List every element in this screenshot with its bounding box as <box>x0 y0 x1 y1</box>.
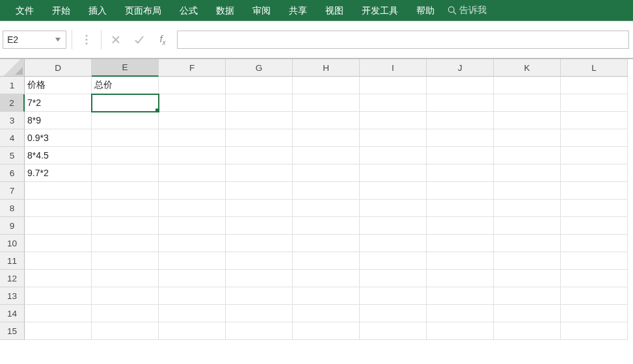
column-header-L[interactable]: L <box>561 59 628 77</box>
cell-D2[interactable]: 7*2 <box>25 94 92 112</box>
cell-D4[interactable]: 0.9*3 <box>25 129 92 147</box>
row-header-1[interactable]: 1 <box>0 77 25 94</box>
cell-L4[interactable] <box>561 129 628 147</box>
cell-J4[interactable] <box>427 129 494 147</box>
cell-J10[interactable] <box>427 235 494 252</box>
cell-I15[interactable] <box>360 322 427 340</box>
cell-H14[interactable] <box>293 305 360 322</box>
cell-F13[interactable] <box>159 287 226 305</box>
cell-J1[interactable] <box>427 77 494 94</box>
cell-H6[interactable] <box>293 164 360 182</box>
row-header-11[interactable]: 11 <box>0 252 25 270</box>
cell-E3[interactable] <box>92 112 159 129</box>
cell-I12[interactable] <box>360 270 427 287</box>
cell-J15[interactable] <box>427 322 494 340</box>
cell-L2[interactable] <box>561 94 628 112</box>
cell-K13[interactable] <box>494 287 561 305</box>
cell-K8[interactable] <box>494 200 561 217</box>
cell-L3[interactable] <box>561 112 628 129</box>
cell-K14[interactable] <box>494 305 561 322</box>
cancel-formula-button[interactable] <box>107 31 125 49</box>
cell-E8[interactable] <box>92 200 159 217</box>
cell-I8[interactable] <box>360 200 427 217</box>
cell-D12[interactable] <box>25 270 92 287</box>
cell-H3[interactable] <box>293 112 360 129</box>
column-header-H[interactable]: H <box>293 59 360 77</box>
cell-D3[interactable]: 8*9 <box>25 112 92 129</box>
cell-D1[interactable]: 价格 <box>25 77 92 94</box>
cell-E15[interactable] <box>92 322 159 340</box>
cell-H5[interactable] <box>293 147 360 164</box>
row-header-4[interactable]: 4 <box>0 129 25 147</box>
cell-J9[interactable] <box>427 217 494 235</box>
cell-H13[interactable] <box>293 287 360 305</box>
cell-G5[interactable] <box>226 147 293 164</box>
cell-L15[interactable] <box>561 322 628 340</box>
cell-D5[interactable]: 8*4.5 <box>25 147 92 164</box>
cell-L11[interactable] <box>561 252 628 270</box>
column-header-G[interactable]: G <box>226 59 293 77</box>
cell-F8[interactable] <box>159 200 226 217</box>
cell-K4[interactable] <box>494 129 561 147</box>
column-header-E[interactable]: E <box>92 59 159 77</box>
cell-D15[interactable] <box>25 322 92 340</box>
menu-view[interactable]: 视图 <box>316 0 353 21</box>
cell-D7[interactable] <box>25 182 92 200</box>
cell-E5[interactable] <box>92 147 159 164</box>
cell-J5[interactable] <box>427 147 494 164</box>
row-header-3[interactable]: 3 <box>0 112 25 129</box>
cell-H9[interactable] <box>293 217 360 235</box>
cell-E2[interactable] <box>92 94 159 112</box>
cell-F15[interactable] <box>159 322 226 340</box>
enter-formula-button[interactable] <box>130 31 148 49</box>
tell-me-search[interactable]: 告诉我 <box>448 5 487 16</box>
formula-input[interactable] <box>177 31 629 49</box>
cell-L9[interactable] <box>561 217 628 235</box>
row-header-15[interactable]: 15 <box>0 322 25 340</box>
cell-H10[interactable] <box>293 235 360 252</box>
cell-L14[interactable] <box>561 305 628 322</box>
cell-H11[interactable] <box>293 252 360 270</box>
cell-K7[interactable] <box>494 182 561 200</box>
name-box[interactable]: E2 <box>3 31 66 49</box>
cell-G6[interactable] <box>226 164 293 182</box>
cell-J6[interactable] <box>427 164 494 182</box>
cell-L5[interactable] <box>561 147 628 164</box>
cell-G11[interactable] <box>226 252 293 270</box>
cell-H1[interactable] <box>293 77 360 94</box>
cell-I4[interactable] <box>360 129 427 147</box>
menu-developer[interactable]: 开发工具 <box>353 0 407 21</box>
cell-L10[interactable] <box>561 235 628 252</box>
row-header-14[interactable]: 14 <box>0 305 25 322</box>
cell-I2[interactable] <box>360 94 427 112</box>
cell-H8[interactable] <box>293 200 360 217</box>
cell-K2[interactable] <box>494 94 561 112</box>
cell-E1[interactable]: 总价 <box>92 77 159 94</box>
cell-I3[interactable] <box>360 112 427 129</box>
cell-F7[interactable] <box>159 182 226 200</box>
cell-F2[interactable] <box>159 94 226 112</box>
cell-H4[interactable] <box>293 129 360 147</box>
cell-H7[interactable] <box>293 182 360 200</box>
cell-I1[interactable] <box>360 77 427 94</box>
cell-K3[interactable] <box>494 112 561 129</box>
cell-K11[interactable] <box>494 252 561 270</box>
cell-F9[interactable] <box>159 217 226 235</box>
cell-F11[interactable] <box>159 252 226 270</box>
cell-J7[interactable] <box>427 182 494 200</box>
cell-L1[interactable] <box>561 77 628 94</box>
row-header-7[interactable]: 7 <box>0 182 25 200</box>
cell-J2[interactable] <box>427 94 494 112</box>
cell-L8[interactable] <box>561 200 628 217</box>
menu-home[interactable]: 开始 <box>43 0 79 21</box>
cell-D11[interactable] <box>25 252 92 270</box>
menu-help[interactable]: 帮助 <box>407 0 444 21</box>
menu-formulas[interactable]: 公式 <box>170 0 207 21</box>
menu-insert[interactable]: 插入 <box>79 0 116 21</box>
cell-E10[interactable] <box>92 235 159 252</box>
cell-G12[interactable] <box>226 270 293 287</box>
cell-F4[interactable] <box>159 129 226 147</box>
cell-E14[interactable] <box>92 305 159 322</box>
cell-D14[interactable] <box>25 305 92 322</box>
cell-K5[interactable] <box>494 147 561 164</box>
